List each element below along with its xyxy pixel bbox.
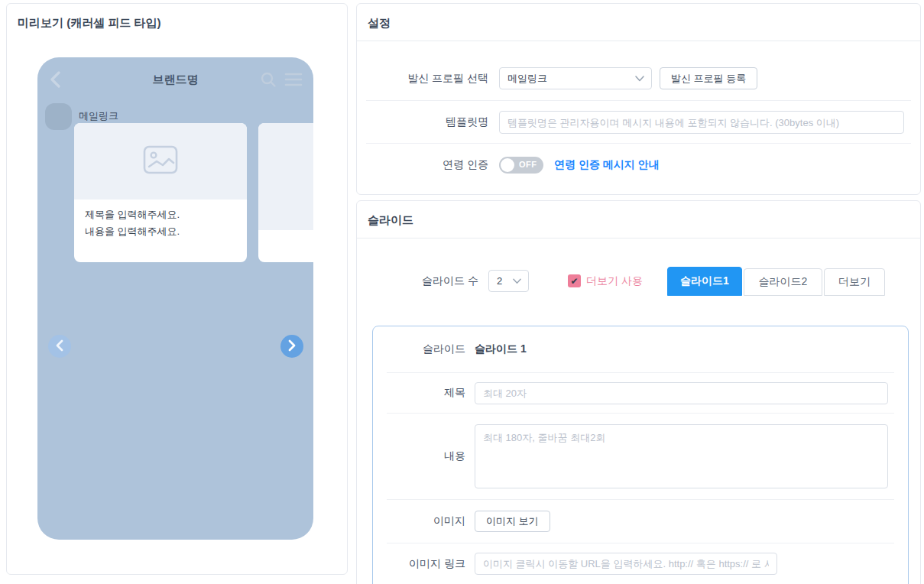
slide-title-row: 제목 <box>373 373 908 413</box>
slides-panel: 슬라이드 슬라이드 수 2 ✔ 더보기 사용 슬라이드1 슬라이드2 더보기 슬… <box>356 200 921 584</box>
chevron-left-icon <box>55 339 64 354</box>
sender-profile-value: 메일링크 <box>507 72 547 86</box>
carousel-prev-button[interactable] <box>48 335 71 358</box>
chevron-down-icon <box>513 275 521 287</box>
slide-content-row: 내용 <box>373 414 908 499</box>
template-name-input[interactable] <box>499 111 904 134</box>
image-icon <box>143 145 178 177</box>
slide-count-label: 슬라이드 수 <box>357 274 478 288</box>
slide-image-label: 이미지 <box>373 514 465 528</box>
carousel-next-button[interactable] <box>280 335 303 358</box>
age-verification-guide-link[interactable]: 연령 인증 메시지 안내 <box>554 158 660 172</box>
card-text: 제목을 입력해주세요. 내용을 입력해주세요. <box>74 200 247 247</box>
slide-content-label: 내용 <box>373 449 465 463</box>
view-image-button[interactable]: 이미지 보기 <box>475 511 550 532</box>
template-name-label: 템플릿명 <box>357 115 488 129</box>
more-checkbox-label: 더보기 사용 <box>586 274 643 288</box>
age-verification-row: 연령 인증 OFF 연령 인증 메시지 안내 <box>357 157 920 174</box>
register-profile-button[interactable]: 발신 프로필 등록 <box>660 67 757 89</box>
slide-name-row: 슬라이드 슬라이드 1 <box>373 326 908 372</box>
toggle-knob <box>501 158 514 172</box>
profile-name: 메일링크 <box>79 109 118 123</box>
age-verification-toggle[interactable]: OFF <box>499 157 543 174</box>
age-verification-label: 연령 인증 <box>357 158 488 172</box>
slide-tabs: 슬라이드1 슬라이드2 더보기 <box>667 267 885 296</box>
back-icon[interactable] <box>50 71 60 91</box>
more-checkbox-wrap[interactable]: ✔ 더보기 사용 <box>568 274 643 288</box>
phone-header: 브랜드명 <box>37 57 313 102</box>
slide-image-link-row: 이미지 링크 <box>373 543 908 584</box>
divider <box>366 100 911 101</box>
preview-title: 미리보기 (캐러셀 피드 타입) <box>7 4 347 41</box>
slide-count-value: 2 <box>497 275 502 287</box>
toggle-state: OFF <box>519 160 537 169</box>
slide-title-input[interactable] <box>475 382 888 404</box>
sender-profile-row: 발신 프로필 선택 메일링크 발신 프로필 등록 <box>357 67 920 89</box>
slides-title: 슬라이드 <box>357 201 920 238</box>
tab-slide-2[interactable]: 슬라이드2 <box>744 268 822 296</box>
tab-slide-1[interactable]: 슬라이드1 <box>667 267 742 296</box>
divider <box>366 143 911 144</box>
card-title-placeholder: 제목을 입력해주세요. <box>85 206 236 223</box>
settings-title: 설정 <box>357 4 920 41</box>
slide-image-row: 이미지 이미지 보기 <box>373 500 908 543</box>
sender-profile-label: 발신 프로필 선택 <box>357 72 488 86</box>
card-content-placeholder: 내용을 입력해주세요. <box>85 223 236 240</box>
carousel-card-1: 제목을 입력해주세요. 내용을 입력해주세요. <box>74 123 247 262</box>
card-image-placeholder <box>258 123 313 230</box>
chevron-right-icon <box>287 339 297 354</box>
slide-content-textarea[interactable] <box>475 424 888 488</box>
slide-editor-panel: 슬라이드 슬라이드 1 제목 내용 이미지 이미지 보기 이미지 링크 <box>372 326 909 584</box>
preview-panel: 미리보기 (캐러셀 피드 타입) 브랜드명 메일링크 <box>6 3 348 575</box>
card-image-placeholder <box>74 123 247 200</box>
slide-controls-row: 슬라이드 수 2 ✔ 더보기 사용 슬라이드1 슬라이드2 더보기 <box>357 266 920 296</box>
phone-mockup: 브랜드명 메일링크 제목을 <box>37 57 313 540</box>
search-icon[interactable] <box>260 71 277 91</box>
slide-count-select[interactable]: 2 <box>488 270 529 292</box>
tab-more[interactable]: 더보기 <box>824 268 885 296</box>
slide-name-value: 슬라이드 1 <box>475 342 527 356</box>
slide-name-label: 슬라이드 <box>373 342 465 356</box>
carousel-cards: 제목을 입력해주세요. 내용을 입력해주세요. <box>37 123 313 262</box>
menu-icon[interactable] <box>284 72 303 90</box>
slide-image-link-label: 이미지 링크 <box>373 557 465 571</box>
carousel-card-2 <box>258 123 313 262</box>
chevron-down-icon <box>635 73 644 84</box>
more-checkbox[interactable]: ✔ <box>568 274 581 287</box>
sender-profile-select[interactable]: 메일링크 <box>499 67 652 89</box>
template-name-row: 템플릿명 <box>357 111 920 134</box>
slide-title-label: 제목 <box>373 386 465 400</box>
settings-panel: 설정 발신 프로필 선택 메일링크 발신 프로필 등록 템플릿명 연령 인증 O… <box>356 3 921 195</box>
slide-image-link-input[interactable] <box>475 553 777 575</box>
